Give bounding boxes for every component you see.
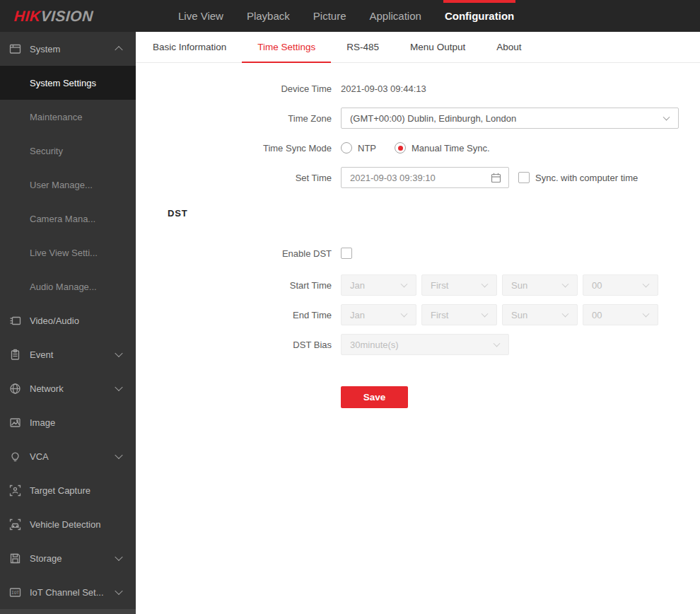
sidebar: System System Settings Maintenance Secur… (0, 32, 136, 614)
main-nav: Live View Playback Picture Application C… (178, 0, 514, 32)
image-icon (9, 417, 21, 429)
ntp-radio-option[interactable]: NTP (341, 142, 376, 154)
hikvision-config-page: HIKVISION Live View Playback Picture App… (0, 0, 700, 614)
tab-menu-output[interactable]: Menu Output (395, 32, 481, 63)
chevron-down-icon (115, 383, 122, 391)
video-audio-icon (9, 315, 21, 327)
sidebar-item-event[interactable]: Event (0, 337, 136, 371)
time-settings-form: Device Time 2021-09-03 09:44:13 Time Zon… (136, 63, 700, 408)
tab-about[interactable]: About (481, 32, 537, 63)
sidebar-item-camera-management[interactable]: Camera Mana... (0, 202, 136, 236)
time-sync-mode-row: Time Sync Mode NTP Manual Time Sync. (136, 137, 700, 158)
end-hour-select: 00 (583, 304, 658, 325)
iot-channel-icon: IOT (9, 586, 21, 598)
time-zone-row: Time Zone (GMT+00:00) Dublin, Edinburgh,… (136, 108, 700, 129)
sidebar-item-security[interactable]: Security (0, 134, 136, 168)
sidebar-item-network[interactable]: Network (0, 371, 136, 405)
save-button[interactable]: Save (341, 386, 408, 408)
dst-section-title: DST (168, 208, 700, 219)
tab-time-settings[interactable]: Time Settings (242, 32, 331, 63)
set-time-input[interactable]: 2021-09-03 09:39:10 (341, 167, 509, 188)
start-week-select: First (421, 274, 497, 296)
chevron-down-icon (115, 349, 122, 357)
sidebar-item-vehicle-detection[interactable]: Vehicle Detection (0, 507, 136, 541)
start-hour-select: 00 (583, 274, 658, 296)
sidebar-item-target-capture[interactable]: Target Capture (0, 473, 136, 507)
start-month-select: Jan (341, 274, 416, 296)
system-icon (9, 43, 21, 55)
chevron-up-icon (115, 46, 122, 54)
main-content: Basic Information Time Settings RS-485 M… (136, 32, 700, 614)
save-row: Save (341, 386, 700, 408)
radio-checked-icon[interactable] (395, 142, 406, 154)
checkbox-unchecked-icon[interactable] (518, 172, 530, 183)
start-day-select: Sun (502, 274, 578, 296)
sync-with-computer-time-option[interactable]: Sync. with computer time (518, 172, 638, 183)
device-time-value: 2021-09-03 09:44:13 (341, 83, 426, 94)
sidebar-item-system[interactable]: System (0, 32, 136, 66)
vca-icon (9, 451, 21, 463)
set-time-row: Set Time 2021-09-03 09:39:10 Sync. (136, 167, 700, 188)
end-time-label: End Time (136, 310, 341, 320)
chevron-down-icon (643, 311, 650, 318)
sidebar-item-vca[interactable]: VCA (0, 439, 136, 473)
chevron-down-icon (401, 311, 408, 318)
nav-configuration[interactable]: Configuration (445, 0, 514, 32)
sidebar-item-iot-channel-settings[interactable]: IOT IoT Channel Set... (0, 575, 136, 609)
end-day-select: Sun (502, 304, 578, 325)
network-icon (9, 383, 21, 395)
nav-live-view[interactable]: Live View (178, 0, 223, 32)
dst-start-time-row: Start Time Jan First Sun 00 (136, 274, 700, 296)
dst-bias-select: 30minute(s) (341, 334, 509, 355)
logo-vision-text: VISION (40, 8, 94, 24)
hikvision-logo: HIKVISION (13, 0, 94, 32)
device-time-label: Device Time (136, 83, 341, 94)
sidebar-item-live-view-settings[interactable]: Live View Setti... (0, 236, 136, 270)
device-time-row: Device Time 2021-09-03 09:44:13 (136, 78, 700, 99)
chevron-down-icon (562, 311, 569, 318)
chevron-down-icon (663, 114, 670, 121)
sidebar-item-audio-management[interactable]: Audio Manage... (0, 270, 136, 303)
sidebar-item-image[interactable]: Image (0, 405, 136, 439)
end-week-select: First (421, 304, 497, 325)
chevron-down-icon (643, 281, 650, 288)
sidebar-item-storage[interactable]: Storage (0, 541, 136, 575)
nav-picture[interactable]: Picture (313, 0, 346, 32)
tab-rs-485[interactable]: RS-485 (331, 32, 395, 63)
nav-application[interactable]: Application (370, 0, 421, 32)
svg-text:IOT: IOT (11, 589, 19, 594)
chevron-down-icon (401, 281, 408, 288)
event-icon (9, 349, 21, 361)
calendar-icon[interactable] (490, 172, 502, 184)
sidebar-item-maintenance[interactable]: Maintenance (0, 100, 136, 134)
end-month-select: Jan (341, 304, 416, 325)
start-time-label: Start Time (136, 280, 341, 291)
logo-hik-text: HIK (13, 8, 41, 24)
enable-dst-checkbox[interactable] (341, 248, 352, 259)
chevron-down-icon (562, 281, 569, 288)
sidebar-item-user-management[interactable]: User Manage... (0, 168, 136, 202)
dst-bias-label: DST Bias (136, 340, 341, 350)
chevron-down-icon (115, 451, 122, 459)
dst-bias-row: DST Bias 30minute(s) (136, 334, 700, 355)
enable-dst-row: Enable DST (136, 243, 700, 264)
manual-time-sync-radio-option[interactable]: Manual Time Sync. (395, 142, 490, 154)
nav-playback[interactable]: Playback (247, 0, 290, 32)
time-sync-mode-label: Time Sync Mode (136, 143, 341, 154)
tab-basic-information[interactable]: Basic Information (137, 32, 242, 63)
chevron-down-icon (482, 311, 489, 318)
top-bar: HIKVISION Live View Playback Picture App… (0, 0, 700, 32)
enable-dst-label: Enable DST (136, 248, 341, 259)
chevron-down-icon (115, 587, 122, 595)
sidebar-item-system-settings[interactable]: System Settings (0, 66, 136, 100)
chevron-down-icon (115, 553, 122, 561)
dst-end-time-row: End Time Jan First Sun 00 (136, 304, 700, 325)
storage-icon (9, 552, 21, 564)
target-capture-icon (9, 485, 21, 497)
sidebar-item-video-audio[interactable]: Video/Audio (0, 303, 136, 337)
chevron-down-icon (494, 340, 501, 347)
radio-unchecked-icon[interactable] (341, 142, 352, 154)
sidebar-bottom-strip (0, 609, 136, 614)
vehicle-detection-icon (9, 519, 21, 531)
time-zone-select[interactable]: (GMT+00:00) Dublin, Edinburgh, London (341, 108, 679, 129)
